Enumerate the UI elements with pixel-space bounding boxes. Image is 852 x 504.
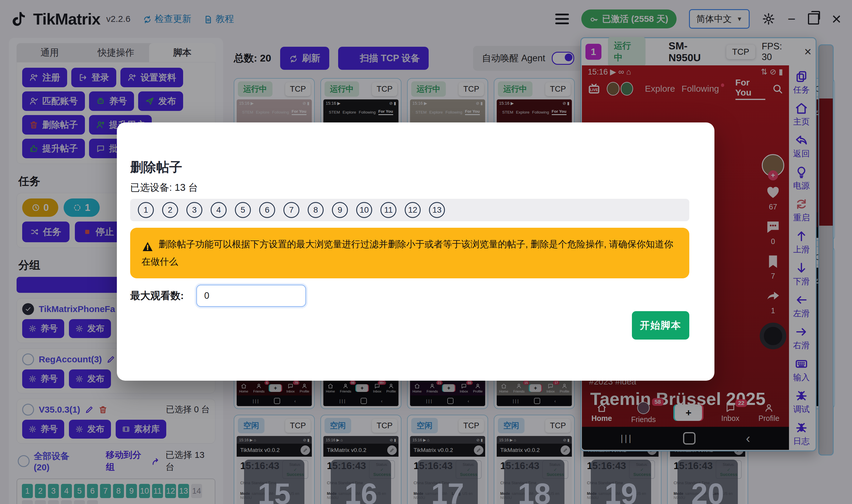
start-script-button[interactable]: 开始脚本	[632, 311, 689, 340]
device-chip[interactable]: 8	[308, 202, 324, 218]
selected-devices-label: 已选设备: 13 台	[130, 181, 198, 194]
warning-icon	[141, 238, 154, 254]
device-chip[interactable]: 6	[259, 202, 275, 218]
tikmatrix-window: TikMatrix v2.2.6 检查更新 教程 已激活 (2558 天) 简体…	[0, 0, 852, 504]
device-chip[interactable]: 13	[429, 202, 445, 218]
selected-device-chips: 12345678910111213	[130, 199, 689, 221]
device-chip[interactable]: 3	[186, 202, 202, 218]
device-chip[interactable]: 7	[284, 202, 300, 218]
device-chip[interactable]: 12	[405, 202, 421, 218]
device-chip[interactable]: 4	[211, 202, 226, 218]
device-chip[interactable]: 1	[138, 202, 154, 218]
device-chip[interactable]: 9	[332, 202, 348, 218]
max-views-label: 最大观看数:	[130, 289, 184, 303]
max-views-input[interactable]	[196, 285, 306, 307]
device-chip[interactable]: 5	[235, 202, 251, 218]
warning-banner: 删除帖子功能可以根据下方设置的最大浏览量进行过滤并删除小于或者等于该浏览量的帖子…	[130, 228, 689, 278]
device-chip[interactable]: 10	[356, 202, 372, 218]
device-chip[interactable]: 11	[380, 202, 396, 218]
modal-title: 删除帖子	[130, 159, 182, 176]
device-chip[interactable]: 2	[162, 202, 178, 218]
delete-posts-modal: 删除帖子 已选设备: 13 台 12345678910111213 删除帖子功能…	[117, 123, 714, 381]
